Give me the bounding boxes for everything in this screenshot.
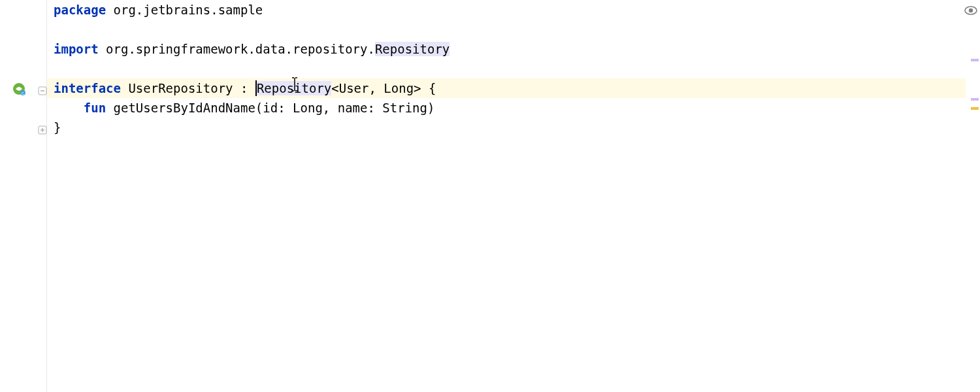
code-line-2-blank[interactable] — [54, 20, 966, 39]
text-caret — [255, 80, 257, 96]
generics-clause: <User, Long> { — [331, 81, 436, 95]
code-content-area[interactable]: package org.jetbrains.sample import org.… — [47, 0, 966, 392]
code-line-4-blank[interactable] — [54, 59, 966, 78]
interface-name: UserRepository — [121, 81, 240, 95]
code-editor[interactable]: C package org.jetbrains.sample import or… — [0, 0, 980, 392]
spring-bean-icon[interactable]: C — [12, 82, 26, 96]
code-line-1[interactable]: package org.jetbrains.sample — [54, 0, 966, 20]
supertype-repository-usage: Repository — [257, 81, 331, 95]
closing-brace: } — [54, 120, 61, 135]
keyword-package: package — [54, 3, 106, 17]
code-line-5-current[interactable]: interface UserRepository : Repository<Us… — [47, 78, 966, 98]
keyword-import: import — [54, 42, 99, 56]
editor-gutter: C — [0, 0, 47, 392]
svg-point-9 — [969, 8, 973, 12]
inspection-marker-info[interactable] — [971, 59, 979, 61]
inspection-eye-icon[interactable] — [964, 4, 977, 14]
inspection-marker-info[interactable] — [971, 98, 979, 101]
svg-text:C: C — [22, 91, 25, 95]
code-line-3[interactable]: import org.springframework.data.reposito… — [54, 39, 966, 59]
fold-close-icon[interactable] — [38, 123, 47, 132]
package-name: org.jetbrains.sample — [106, 3, 263, 17]
function-signature: getUsersByIdAndName(id: Long, name: Stri… — [106, 101, 434, 115]
keyword-fun: fun — [84, 101, 106, 115]
import-path-prefix: org.springframework.data.repository. — [99, 42, 375, 56]
keyword-interface: interface — [54, 81, 121, 95]
indent — [54, 101, 84, 115]
inspection-gutter — [966, 0, 980, 392]
fold-toggle-icon[interactable] — [38, 84, 47, 93]
colon-separator: : — [240, 81, 255, 95]
import-repository-usage: Repository — [375, 42, 449, 56]
code-line-7[interactable]: } — [54, 118, 966, 137]
code-line-6[interactable]: fun getUsersByIdAndName(id: Long, name: … — [54, 98, 966, 118]
inspection-marker-warning[interactable] — [971, 107, 979, 110]
